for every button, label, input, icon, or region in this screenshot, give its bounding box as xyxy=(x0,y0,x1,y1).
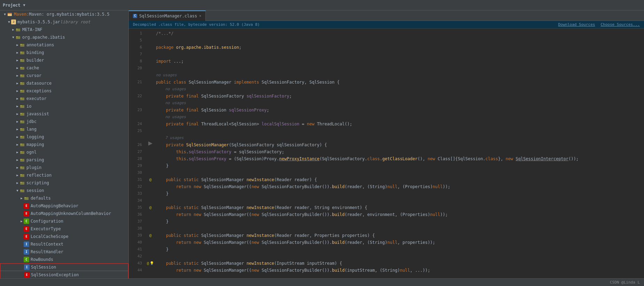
folder-icon-logging xyxy=(19,134,25,140)
sidebar-item-mapping[interactable]: mapping xyxy=(0,141,128,148)
sidebar-item-parsing[interactable]: parsing xyxy=(0,156,128,164)
folder-icon-exceptions xyxy=(19,88,25,94)
choose-sources-link[interactable]: Choose Sources... xyxy=(600,22,640,27)
sidebar-item-exceptions[interactable]: exceptions xyxy=(0,87,128,95)
sidebar-item-LocalCacheScope[interactable]: E LocalCacheScope xyxy=(0,233,128,240)
annotations-label: annotations xyxy=(26,42,54,47)
project-caret[interactable]: ▼ xyxy=(23,3,25,7)
folder-icon-reflection xyxy=(19,172,25,178)
download-sources-link[interactable]: Download Sources xyxy=(558,22,595,27)
code-line-43: 43 @ 💡 public static SqlSessionManager n… xyxy=(129,260,644,267)
maven-label: Maven: xyxy=(14,12,29,17)
tab-SqlSessionManager[interactable]: C SqlSessionManager.class × xyxy=(129,10,206,21)
sidebar-item-annotations[interactable]: annotations xyxy=(0,41,128,49)
sidebar-item-cache[interactable]: cache xyxy=(0,64,128,72)
line-num-31: 31 xyxy=(129,176,146,183)
sidebar-item-SqlSessionException[interactable]: E SqlSessionException xyxy=(0,271,128,278)
svg-rect-23 xyxy=(20,105,22,106)
exceptions-label: exceptions xyxy=(26,88,52,93)
folder-icon-lang xyxy=(19,126,25,132)
code-line-37: 37 } xyxy=(129,218,644,225)
caret-io xyxy=(15,104,19,108)
svg-rect-21 xyxy=(20,98,22,99)
line-code-26: private SqlSessionManager(SqlSessionFact… xyxy=(155,141,644,148)
sidebar-item-builder[interactable]: builder xyxy=(0,56,128,64)
caret-builder xyxy=(15,58,19,62)
svg-rect-35 xyxy=(20,151,22,152)
sidebar-item-org-apache-ibatis[interactable]: org.apache.ibatis xyxy=(0,33,128,41)
sidebar-item-plugin[interactable]: plugin xyxy=(0,164,128,171)
code-line-hint-1: no usages xyxy=(129,72,644,79)
cursor-label: cursor xyxy=(26,73,41,78)
info-bar: Decompiled .class file, bytecode version… xyxy=(129,21,644,29)
folder-icon-builder xyxy=(19,57,25,63)
caret-plugin xyxy=(15,165,19,170)
code-line-hint-4: no usages xyxy=(129,114,644,121)
sidebar-item-binding[interactable]: binding xyxy=(0,49,128,56)
sidebar-item-SqlSession[interactable]: I SqlSession xyxy=(0,263,128,271)
sidebar-item-AutoMappingUnknownColumnBehavior[interactable]: E AutoMappingUnknownColumnBehavior xyxy=(0,210,128,217)
code-line-22: 22 private final SqlSessionFactory sqlSe… xyxy=(129,93,644,100)
line-num-22: 22 xyxy=(129,93,146,100)
sidebar-item-project-root[interactable]: Maven: Maven: org.mybatis:mybatis:3.5.5 xyxy=(0,10,128,18)
sidebar-item-meta-inf[interactable]: META-INF xyxy=(0,26,128,33)
sidebar-item-logging[interactable]: logging xyxy=(0,133,128,141)
folder-icon-org-apache-ibatis xyxy=(15,34,21,40)
code-line-36: 36 return new SqlSessionManager((new Sql… xyxy=(129,211,644,218)
svg-rect-43 xyxy=(20,182,22,183)
svg-rect-17 xyxy=(20,82,22,83)
sidebar-item-RowBounds[interactable]: C RowBounds xyxy=(0,256,128,263)
sidebar-item-ResultHandler[interactable]: I ResultHandler xyxy=(0,248,128,256)
sidebar-item-defaults[interactable]: defaults xyxy=(0,194,128,202)
line-code-24: private final ThreadLocal<SqlSession> lo… xyxy=(155,121,644,127)
code-line-33: 33 } xyxy=(129,190,644,197)
sidebar-item-Configuration[interactable]: C Configuration xyxy=(0,217,128,225)
sidebar-item-session[interactable]: session xyxy=(0,187,128,194)
svg-rect-3 xyxy=(16,29,18,30)
code-line-hint-5: 7 usages xyxy=(129,134,644,141)
line-num-43: 43 xyxy=(129,260,146,267)
line-code-hint-3: no usages xyxy=(155,100,644,107)
code-line-34: 34 xyxy=(129,197,644,204)
code-line-42: 42 xyxy=(129,253,644,260)
code-editor[interactable]: 1 /*...*/ 5 6 package org.apache.ibatis.… xyxy=(129,29,644,278)
line-code-40: return new SqlSessionManager((new SqlSes… xyxy=(155,239,644,246)
class-icon-Configuration: C xyxy=(24,218,29,224)
svg-rect-7 xyxy=(20,44,22,45)
bulb-icon[interactable]: 💡 xyxy=(150,260,154,267)
top-bar: Project ▼ xyxy=(0,0,644,10)
sidebar-item-ExecutorType[interactable]: E ExecutorType xyxy=(0,225,128,233)
line-num-30: 30 xyxy=(129,169,146,176)
sidebar-item-jdbc[interactable]: jdbc xyxy=(0,118,128,125)
sidebar-item-cursor[interactable]: cursor xyxy=(0,72,128,79)
scripting-label: scripting xyxy=(26,180,49,185)
sidebar-item-lang[interactable]: lang xyxy=(0,125,128,133)
sidebar-item-scripting[interactable]: scripting xyxy=(0,179,128,187)
line-code-hint-2: no usages xyxy=(155,86,644,93)
sidebar-item-ResultContext[interactable]: I ResultContext xyxy=(0,240,128,248)
caret-cursor xyxy=(15,74,19,78)
sidebar-item-datasource[interactable]: datasource xyxy=(0,79,128,87)
sidebar-item-io[interactable]: io xyxy=(0,102,128,110)
binding-label: binding xyxy=(26,50,44,55)
code-line-30: 30 xyxy=(129,169,644,176)
class-icon-ExecutorType: E xyxy=(24,226,29,232)
caret-lang xyxy=(15,127,19,131)
sidebar-item-executor[interactable]: executor xyxy=(0,95,128,102)
sidebar-item-reflection[interactable]: reflection xyxy=(0,171,128,179)
sidebar-item-javassist[interactable]: javassist xyxy=(0,110,128,118)
line-num-27: 27 xyxy=(129,148,146,155)
sidebar-item-jar[interactable]: J mybatis-3.5.5.jar library root xyxy=(0,18,128,26)
line-num-33: 33 xyxy=(129,190,146,197)
folder-icon-mapping xyxy=(19,142,25,147)
session-label: session xyxy=(26,188,44,193)
line-code-27: this.sqlSessionFactory = sqlSessionFacto… xyxy=(155,148,644,155)
folder-icon-io xyxy=(19,103,25,109)
sidebar-item-AutoMappingBehavior[interactable]: E AutoMappingBehavior xyxy=(0,202,128,210)
line-code-hint-4: no usages xyxy=(155,114,644,121)
line-num-26: 26 xyxy=(129,141,146,148)
svg-rect-15 xyxy=(20,75,22,76)
sidebar-item-ognl[interactable]: ognl xyxy=(0,148,128,156)
tab-close-button[interactable]: × xyxy=(199,14,201,18)
code-line-20: 20 xyxy=(129,65,644,72)
